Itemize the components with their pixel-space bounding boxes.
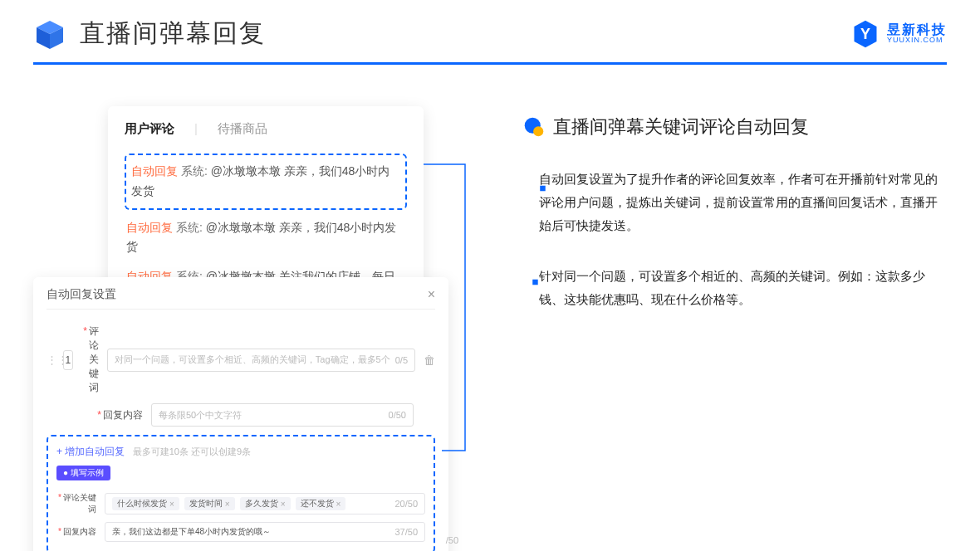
tag-remove-icon[interactable]: ×	[281, 500, 286, 509]
keyword-tag[interactable]: 多久发货×	[240, 497, 291, 510]
svg-point-5	[533, 126, 543, 136]
bullet-item: ◆ 针对同一个问题，可设置多个相近的、高频的关键词。例如：这款多少钱、这块能优惠…	[523, 265, 947, 311]
close-icon[interactable]: ×	[428, 287, 435, 302]
system-label: 系统:	[181, 164, 208, 178]
dialog-title: 自动回复设置	[47, 287, 116, 302]
brand-name-cn: 昱新科技	[887, 22, 947, 37]
drag-handle-icon[interactable]: ⋮⋮	[47, 354, 55, 366]
bullet-item: ◆ 自动回复设置为了提升作者的评论回复效率，作者可在开播前针对常见的评论用户问题…	[523, 168, 947, 236]
add-auto-reply-link[interactable]: + 增加自动回复	[56, 445, 125, 459]
keyword-input[interactable]: 对同一个问题，可设置多个相近、高频的关键词，Tag确定，最多5个 0/5	[107, 349, 415, 372]
tab-pending-products[interactable]: 待播商品	[218, 121, 267, 142]
brand-name-en: YUUXIN.COM	[887, 37, 947, 45]
brand-logo: Y 昱新科技 YUUXIN.COM	[850, 19, 947, 49]
stray-counter: /50	[446, 535, 458, 545]
example-keyword-counter: 20/50	[394, 499, 418, 509]
cube-icon	[33, 17, 66, 51]
tab-separator: |	[194, 121, 198, 142]
content-placeholder: 每条限50个中文字符	[159, 409, 384, 422]
tag-remove-icon[interactable]: ×	[169, 500, 174, 509]
tab-user-comments[interactable]: 用户评论	[125, 121, 174, 142]
keyword-counter: 0/5	[395, 355, 408, 365]
system-label: 系统:	[176, 221, 203, 234]
bullet-text: 针对同一个问题，可设置多个相近的、高频的关键词。例如：这款多少钱、这块能优惠吗、…	[539, 265, 947, 311]
content-counter: 0/50	[389, 410, 406, 420]
delete-icon[interactable]: 🗑	[424, 354, 435, 367]
example-section: + 增加自动回复 最多可建10条 还可以创建9条 ● 填写示例 *评论关键词 什…	[47, 435, 435, 551]
chat-bubble-icon	[523, 116, 545, 138]
bullet-text: 自动回复设置为了提升作者的评论回复效率，作者可在开播前针对常见的评论用户问题，提…	[539, 168, 947, 236]
page-title: 直播间弹幕回复	[80, 17, 266, 51]
keyword-tag[interactable]: 什么时候发货×	[112, 497, 179, 510]
content-field-label: *回复内容	[95, 408, 143, 422]
tag-remove-icon[interactable]: ×	[336, 500, 341, 509]
keyword-field-label: *评论关键词	[81, 324, 99, 395]
keyword-placeholder: 对同一个问题，可设置多个相近、高频的关键词，Tag确定，最多5个	[115, 354, 390, 366]
auto-reply-settings-dialog: 自动回复设置 × ⋮⋮ 1 *评论关键词 对同一个问题，可设置多个相近、高频的关…	[33, 277, 448, 551]
comment-row: 自动回复 系统: @冰墩墩本墩 亲亲，我们48小时内发货	[125, 213, 407, 263]
comment-row-highlight: 自动回复 系统: @冰墩墩本墩 亲亲，我们48小时内发货	[125, 154, 407, 210]
svg-text:Y: Y	[860, 26, 870, 42]
sequence-number: 1	[63, 350, 73, 370]
example-content-value: 亲，我们这边都是下单48小时内发货的哦～	[112, 526, 271, 538]
auto-reply-badge: 自动回复	[126, 221, 173, 234]
keyword-tag[interactable]: 还不发货×	[296, 497, 346, 510]
example-keyword-label: *评论关键词	[56, 492, 96, 515]
content-input[interactable]: 每条限50个中文字符 0/50	[151, 403, 414, 427]
keyword-tag[interactable]: 发货时间×	[184, 497, 235, 510]
brand-mark-icon: Y	[850, 19, 880, 49]
example-keyword-input[interactable]: 什么时候发货×发货时间×多久发货×还不发货× 20/50	[105, 493, 425, 514]
example-content-label: *回复内容	[56, 526, 96, 538]
tag-remove-icon[interactable]: ×	[225, 500, 230, 509]
example-badge: ● 填写示例	[56, 466, 110, 480]
add-tip: 最多可建10条 还可以创建9条	[133, 446, 251, 456]
section-title: 直播间弹幕关键词评论自动回复	[553, 115, 809, 139]
example-content-input[interactable]: 亲，我们这边都是下单48小时内发货的哦～ 37/50	[105, 522, 425, 542]
example-content-counter: 37/50	[394, 527, 418, 537]
auto-reply-badge: 自动回复	[131, 164, 178, 178]
